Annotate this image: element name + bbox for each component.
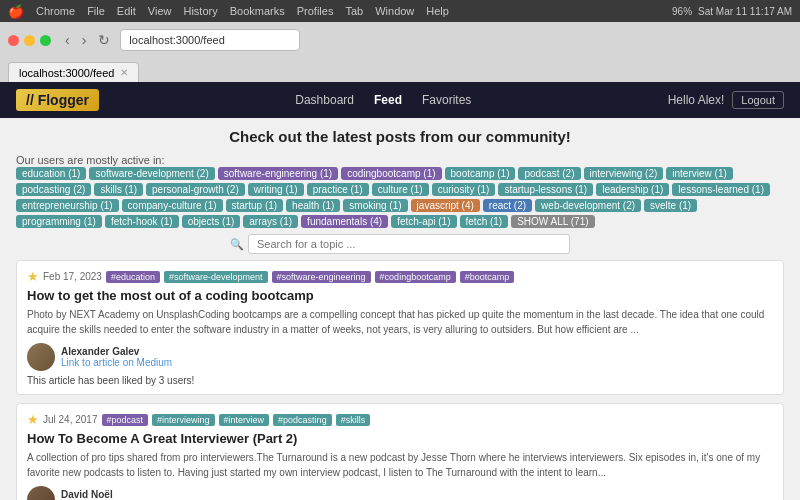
topic-tag[interactable]: entrepreneurship (1)	[16, 199, 119, 212]
post-tag-software-dev[interactable]: #software-development	[164, 271, 268, 283]
nav-links: Dashboard Feed Favorites	[295, 93, 471, 107]
topic-tag[interactable]: smoking (1)	[343, 199, 407, 212]
topic-tag[interactable]: writing (1)	[248, 183, 304, 196]
topic-tag[interactable]: software-engineering (1)	[218, 167, 338, 180]
nav-user-section: Hello Alex! Logout	[668, 91, 784, 109]
menu-history[interactable]: History	[183, 5, 217, 17]
topic-tag[interactable]: practice (1)	[307, 183, 369, 196]
topic-tag[interactable]: bootcamp (1)	[445, 167, 516, 180]
topic-tag[interactable]: podcast (2)	[518, 167, 580, 180]
menu-tab[interactable]: Tab	[345, 5, 363, 17]
app-logo: Flogger	[16, 89, 99, 111]
post-author: Alexander Galev Link to article on Mediu…	[27, 343, 773, 371]
topic-tag[interactable]: software-development (2)	[89, 167, 214, 180]
post-likes: This article has been liked by 3 users!	[27, 375, 773, 386]
page-title: Check out the latest posts from our comm…	[16, 128, 784, 145]
post-tag-bootcamp[interactable]: #bootcamp	[460, 271, 515, 283]
menu-help[interactable]: Help	[426, 5, 449, 17]
topic-tag[interactable]: startup-lessons (1)	[498, 183, 593, 196]
topic-tag[interactable]: curiosity (1)	[432, 183, 496, 196]
mac-status-bar: 96% Sat Mar 11 11:17 AM	[672, 6, 792, 17]
nav-dashboard[interactable]: Dashboard	[295, 93, 354, 107]
tab-close-button[interactable]: ✕	[120, 67, 128, 78]
topic-tag[interactable]: podcasting (2)	[16, 183, 91, 196]
close-window-button[interactable]	[8, 35, 19, 46]
post-tag-interviewing[interactable]: #interviewing	[152, 414, 215, 426]
menu-file[interactable]: File	[87, 5, 105, 17]
topic-tag[interactable]: education (1)	[16, 167, 86, 180]
main-content: Check out the latest posts from our comm…	[0, 118, 800, 500]
back-button[interactable]: ‹	[61, 30, 74, 50]
topic-tag[interactable]: leadership (1)	[596, 183, 669, 196]
logout-button[interactable]: Logout	[732, 91, 784, 109]
topic-tag[interactable]: skills (1)	[94, 183, 143, 196]
window-controls[interactable]	[8, 35, 51, 46]
topic-tag[interactable]: fetch (1)	[460, 215, 509, 228]
tags-container: education (1)software-development (2)sof…	[16, 167, 784, 228]
topic-tag[interactable]: svelte (1)	[644, 199, 697, 212]
topics-section: Our users are mostly active in: educatio…	[16, 153, 784, 228]
topics-label: Our users are mostly active in:	[16, 154, 165, 166]
post-tag-interview[interactable]: #interview	[219, 414, 270, 426]
apple-logo-icon: 🍎	[8, 4, 24, 19]
post-tag-skills[interactable]: #skills	[336, 414, 371, 426]
topic-tag[interactable]: web-development (2)	[535, 199, 641, 212]
search-icon: 🔍	[230, 238, 244, 251]
topic-tag[interactable]: javascript (4)	[411, 199, 480, 212]
fullscreen-window-button[interactable]	[40, 35, 51, 46]
nav-feed[interactable]: Feed	[374, 93, 402, 107]
topic-tag[interactable]: fundamentals (4)	[301, 215, 388, 228]
mac-top-bar: 🍎 Chrome File Edit View History Bookmark…	[0, 0, 800, 22]
author-avatar	[27, 486, 55, 500]
clock: Sat Mar 11 11:17 AM	[698, 6, 792, 17]
post-header: ★ Jul 24, 2017 #podcast #interviewing #i…	[27, 412, 773, 427]
author-name: David Noël	[61, 489, 172, 500]
search-input[interactable]	[248, 234, 570, 254]
post-title: How To Become A Great Interviewer (Part …	[27, 431, 773, 446]
topic-tag[interactable]: programming (1)	[16, 215, 102, 228]
topic-tag[interactable]: react (2)	[483, 199, 532, 212]
menu-window[interactable]: Window	[375, 5, 414, 17]
forward-button[interactable]: ›	[78, 30, 91, 50]
menu-profiles[interactable]: Profiles	[297, 5, 334, 17]
topic-tag[interactable]: interviewing (2)	[584, 167, 664, 180]
post-title: How to get the most out of a coding boot…	[27, 288, 773, 303]
topic-tag[interactable]: fetch-api (1)	[391, 215, 456, 228]
reload-button[interactable]: ↻	[94, 30, 114, 50]
menu-edit[interactable]: Edit	[117, 5, 136, 17]
topic-tag[interactable]: codingbootcamp (1)	[341, 167, 441, 180]
topic-tag[interactable]: lessons-learned (1)	[672, 183, 770, 196]
post-header: ★ Feb 17, 2023 #education #software-deve…	[27, 269, 773, 284]
post-tag-education[interactable]: #education	[106, 271, 160, 283]
nav-favorites[interactable]: Favorites	[422, 93, 471, 107]
minimize-window-button[interactable]	[24, 35, 35, 46]
menu-chrome[interactable]: Chrome	[36, 5, 75, 17]
topic-tag[interactable]: company-culture (1)	[122, 199, 223, 212]
topic-tag[interactable]: objects (1)	[182, 215, 241, 228]
active-tab[interactable]: localhost:3000/feed ✕	[8, 62, 139, 82]
mac-menu-bar[interactable]: 🍎 Chrome File Edit View History Bookmark…	[8, 4, 449, 19]
app-navbar: Flogger Dashboard Feed Favorites Hello A…	[0, 82, 800, 118]
topic-tag[interactable]: arrays (1)	[243, 215, 298, 228]
post-tag-podcasting[interactable]: #podcasting	[273, 414, 332, 426]
topic-tag[interactable]: SHOW ALL (71)	[511, 215, 594, 228]
star-icon: ★	[27, 412, 39, 427]
post-author: David Noël Link to article on Medium	[27, 486, 773, 500]
topic-tag[interactable]: personal-growth (2)	[146, 183, 245, 196]
address-bar[interactable]: localhost:3000/feed	[120, 29, 300, 51]
post-tag-podcast[interactable]: #podcast	[102, 414, 149, 426]
post-tag-software-eng[interactable]: #software-engineering	[272, 271, 371, 283]
author-info: David Noël Link to article on Medium	[61, 489, 172, 500]
post-excerpt: A collection of pro tips shared from pro…	[27, 450, 773, 480]
browser-navigation[interactable]: ‹ › ↻	[61, 30, 114, 50]
post-card: ★ Feb 17, 2023 #education #software-deve…	[16, 260, 784, 395]
topic-tag[interactable]: culture (1)	[372, 183, 429, 196]
topic-tag[interactable]: interview (1)	[666, 167, 732, 180]
topic-tag[interactable]: startup (1)	[226, 199, 284, 212]
topic-tag[interactable]: health (1)	[286, 199, 340, 212]
menu-view[interactable]: View	[148, 5, 172, 17]
topic-tag[interactable]: fetch-hook (1)	[105, 215, 179, 228]
post-tag-coding-bootcamp[interactable]: #codingbootcamp	[375, 271, 456, 283]
article-link[interactable]: Link to article on Medium	[61, 357, 172, 368]
menu-bookmarks[interactable]: Bookmarks	[230, 5, 285, 17]
